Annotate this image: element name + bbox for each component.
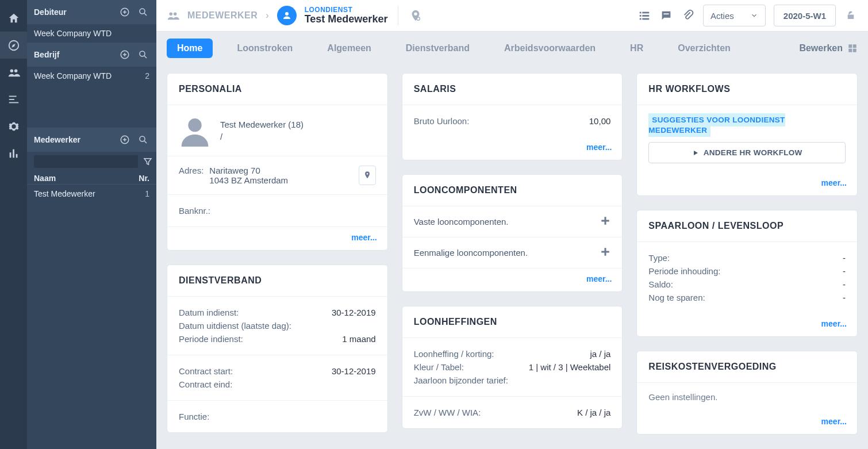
action-dropdown-label: Acties [710,11,734,21]
card-salaris: SALARIS Bruto Uurloon:10,00 meer... [402,73,623,160]
spaarloon-saldo-label: Saldo: [648,279,673,289]
search-bedrijf-button[interactable] [137,48,149,61]
dashboard: PERSONALIA Test Medewerker (18) / [156,58,868,449]
unlock-icon [846,10,856,21]
tab-loonstroken[interactable]: Loonstroken [226,39,303,58]
col-naam: Naam [34,174,56,183]
left-panel: Debiteur Week Company WTD Bedrijf Week C… [27,0,156,449]
plus-icon [600,247,610,257]
chat-icon [660,9,673,22]
chevron-right-icon: › [266,10,268,21]
svg-rect-7 [13,149,14,158]
header-attach-button[interactable] [681,9,695,22]
action-dropdown[interactable]: Acties [703,5,766,26]
rail-settings[interactable] [0,113,27,140]
personalia-bank-section: Banknr.: [167,195,387,227]
add-medewerker-button[interactable] [118,133,131,146]
hrworkflows-more-link[interactable]: meer... [821,178,847,187]
header-list-button[interactable] [637,9,651,22]
header-chat-button[interactable] [659,9,673,22]
search-icon [138,49,148,60]
tab-overzichten[interactable]: Overzichten [667,39,741,58]
looncomponenten-more-link[interactable]: meer... [586,274,612,283]
add-debiteur-button[interactable] [118,6,131,18]
tab-dienstverband[interactable]: Dienstverband [395,39,480,58]
personalia-more-link[interactable]: meer... [351,233,377,242]
svg-rect-20 [642,12,649,14]
avatar [277,6,297,25]
search-debiteur-button[interactable] [137,6,149,18]
tab-home[interactable]: Home [167,39,213,58]
play-icon [692,149,699,156]
tab-arbeidsvoorwaarden[interactable]: Arbeidsvoorwaarden [494,39,606,58]
svg-rect-29 [853,49,857,52]
tab-algemeen[interactable]: Algemeen [317,39,381,58]
reiskosten-text: Geen instellingen. [648,392,846,402]
rail-home[interactable] [0,5,27,32]
svg-rect-21 [640,15,642,17]
header-lock-button[interactable] [844,9,858,22]
add-vaste-button[interactable] [600,216,610,228]
location-pin-icon [409,9,422,22]
svg-point-2 [14,69,17,72]
card-title-dienstverband: DIENSTVERBAND [179,275,376,286]
svg-rect-5 [9,102,18,103]
spaarloon-type-label: Type: [648,253,670,263]
card-hrworkflows: HR WORKFLOWS SUGGESTIES VOOR LOONDIENST … [636,73,858,196]
breadcrumb-current: LOONDIENST Test Medewerker [305,6,388,25]
periode-indienst-value: 1 maand [342,334,375,344]
salaris-more-link[interactable]: meer... [586,143,612,152]
reiskosten-more-link[interactable]: meer... [821,417,847,426]
filter-lines-icon [7,93,20,106]
rail-stats[interactable] [0,140,27,167]
col-nr: Nr. [139,174,149,183]
bruto-uurloon-label: Bruto Uurloon: [414,116,470,126]
tab-hr[interactable]: HR [620,39,654,58]
address-label: Adres: [179,166,203,185]
add-eenmalige-button[interactable] [600,247,610,259]
rail-filter[interactable] [0,86,27,113]
spaarloon-more-link[interactable]: meer... [821,319,847,328]
breadcrumb-root[interactable]: MEDEWERKER [187,10,258,21]
spaarloon-periode-value: - [843,266,846,276]
card-dienstverband: DIENSTVERBAND Datum indienst:30-12-2019 … [167,264,388,433]
spaarloon-body: Type:- Periode inhouding:- Saldo:- Nog t… [637,242,857,313]
svg-point-15 [170,13,173,16]
home-icon [7,12,20,25]
spaarloon-nog-value: - [843,293,846,302]
medewerker-item[interactable]: Test Medewerker 1 [27,185,156,203]
search-medewerker-button[interactable] [137,133,149,146]
personalia-person-section: Test Medewerker (18) / [167,105,387,156]
dienstverband-functie-section: Functie: [167,401,387,432]
card-title-spaarloon: SPAARLOON / LEVENSLOOP [648,221,846,231]
period-box[interactable]: 2020-5-W1 [774,5,836,26]
bewerken-button[interactable]: Bewerken [799,43,858,53]
compass-icon [7,39,20,52]
svg-rect-24 [642,18,649,20]
rail-compass[interactable] [0,32,27,59]
hrworkflows-body: SUGGESTIES VOOR LOONDIENST MEDEWERKER AN… [637,105,857,172]
svg-rect-23 [640,18,642,20]
medewerker-item-name: Test Medewerker [34,189,95,198]
andere-hr-workflow-button[interactable]: ANDERE HR WORKFLOW [648,142,846,163]
loonheffingen-body-1: Loonheffing / korting:ja / ja Kleur / Ta… [402,338,623,397]
card-title-looncomponenten: LOONCOMPONENTEN [414,185,611,195]
periode-indienst-label: Periode indienst: [179,334,243,344]
contract-start-label: Contract start: [179,366,233,376]
map-pin-button[interactable] [359,166,376,185]
add-bedrijf-button[interactable] [118,48,131,61]
functie-label: Functie: [179,412,209,421]
location-icon-button[interactable] [409,9,423,22]
address-line2: 1043 BZ Amsterdam [209,175,288,185]
filter-button[interactable] [143,155,153,168]
rail-people[interactable] [0,59,27,86]
bedrijf-item[interactable]: Week Company WTD 2 [27,67,156,85]
medewerker-filter-input[interactable] [34,155,138,168]
card-title-personalia: PERSONALIA [179,84,376,94]
debiteur-item[interactable]: Week Company WTD [27,24,156,43]
personalia-address-section: Adres: Naritaweg 70 1043 BZ Amsterdam [167,156,387,195]
icon-rail [0,0,27,449]
reiskosten-body: Geen instellingen. [637,383,857,411]
section-header-medewerker: Medewerker [27,128,156,152]
plus-circle-icon [120,49,130,60]
